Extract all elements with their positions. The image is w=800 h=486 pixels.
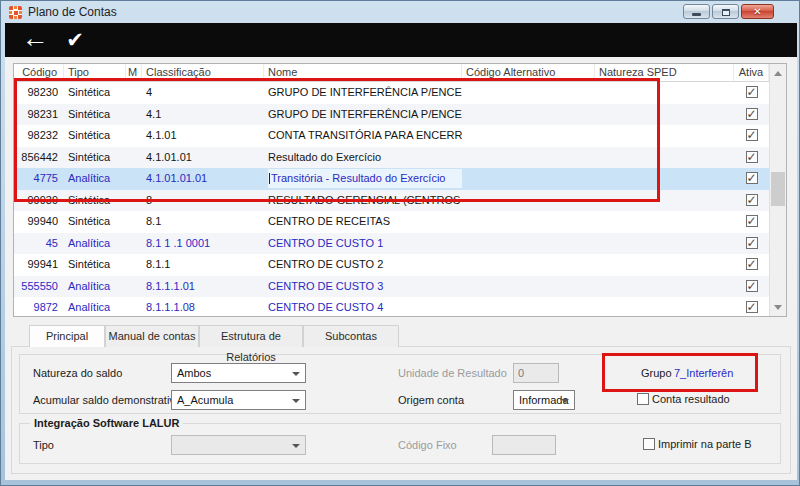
cell-tipo: Sintética xyxy=(64,125,126,147)
cell-codigo_alternativo xyxy=(462,211,595,233)
cell-ativa xyxy=(734,168,769,190)
table-row-4775[interactable]: 4775Analítica4.1.01.01.01Transitória - R… xyxy=(14,168,786,190)
cell-natureza_sped xyxy=(595,254,734,276)
origem-conta-select[interactable]: Informada xyxy=(513,390,575,410)
ativa-checkbox[interactable] xyxy=(746,280,758,292)
cell-tipo: Analítica xyxy=(64,233,126,255)
table-row-45[interactable]: 45Analítica8.1 1 .1 0001CENTRO DE CUSTO … xyxy=(14,233,786,255)
table-row-99941[interactable]: 99941Sintética8.1.1CENTRO DE CUSTO 2 xyxy=(14,254,786,276)
column-header-classificacao[interactable]: Classificação xyxy=(142,64,264,81)
confirm-button[interactable]: ✔ xyxy=(57,23,93,57)
table-row-9872[interactable]: 9872Analítica8.1.1.1.08CENTRO DE CUSTO 4 xyxy=(14,297,786,317)
cell-nome: GRUPO DE INTERFERÊNCIA P/ENCERRAMENTO xyxy=(264,104,462,126)
table-row-555550[interactable]: 555550Analítica8.1.1.1.01CENTRO DE CUSTO… xyxy=(14,276,786,298)
cell-codigo_alternativo xyxy=(462,254,595,276)
grupo-value-link[interactable]: 7_Interferên xyxy=(674,367,733,379)
column-header-tipo[interactable]: Tipo xyxy=(64,64,126,81)
cell-natureza_sped xyxy=(595,82,734,104)
table-header: CódigoTipoMClassificaçãoNomeCódigo Alter… xyxy=(14,64,786,82)
cell-tipo: Analítica xyxy=(64,297,126,317)
column-header-codigo_alternativo[interactable]: Código Alternativo xyxy=(462,64,595,81)
ativa-checkbox[interactable] xyxy=(746,258,758,270)
origem-conta-label: Origem conta xyxy=(398,394,464,406)
cell-classificacao: 8.1.1.1.08 xyxy=(142,297,264,317)
column-header-natureza_sped[interactable]: Natureza SPED xyxy=(595,64,734,81)
cell-m xyxy=(126,104,142,126)
ativa-checkbox[interactable] xyxy=(746,129,758,141)
cell-tipo: Sintética xyxy=(64,190,126,212)
cell-classificacao: 8 xyxy=(142,190,264,212)
scroll-up-button[interactable] xyxy=(770,65,786,81)
cell-codigo: 9872 xyxy=(14,297,64,317)
cell-codigo_alternativo xyxy=(462,168,595,190)
back-button[interactable]: ← xyxy=(15,23,55,57)
checkbox-icon xyxy=(643,438,655,450)
vertical-scrollbar[interactable] xyxy=(769,64,786,316)
cell-m xyxy=(126,190,142,212)
ativa-checkbox[interactable] xyxy=(746,215,758,227)
tab-strip: PrincipalManual de contasEstrutura de Re… xyxy=(29,325,399,347)
codigo-fixo-label: Código Fixo xyxy=(398,439,457,451)
cell-codigo_alternativo xyxy=(462,147,595,169)
cell-ativa xyxy=(734,82,769,104)
ativa-checkbox[interactable] xyxy=(746,194,758,206)
cell-codigo_alternativo xyxy=(462,297,595,317)
conta-resultado-checkbox[interactable]: Conta resultado xyxy=(637,393,730,405)
ativa-checkbox[interactable] xyxy=(746,172,758,184)
plano-de-contas-window: Plano de Contas ✕ ← ✔ CódigoTipoMClassif… xyxy=(0,0,800,486)
maximize-button[interactable] xyxy=(712,4,739,19)
table-body: 98230Sintética4GRUPO DE INTERFERÊNCIA P/… xyxy=(14,82,786,317)
scrollbar-thumb[interactable] xyxy=(771,172,785,206)
ativa-checkbox[interactable] xyxy=(746,301,758,313)
table-row-99939[interactable]: 99939Sintética8RESULTADO GERENCIAL (CENT… xyxy=(14,190,786,212)
cell-natureza_sped xyxy=(595,168,734,190)
cell-tipo: Sintética xyxy=(64,147,126,169)
cell-codigo: 99940 xyxy=(14,211,64,233)
accounts-table: CódigoTipoMClassificaçãoNomeCódigo Alter… xyxy=(13,63,787,317)
cell-ativa xyxy=(734,254,769,276)
cell-m xyxy=(126,168,142,190)
close-button[interactable]: ✕ xyxy=(741,4,774,19)
cell-codigo: 555550 xyxy=(14,276,64,298)
scroll-down-button[interactable] xyxy=(770,299,786,315)
minimize-button[interactable] xyxy=(683,4,710,19)
cell-classificacao: 4.1.01.01 xyxy=(142,147,264,169)
tab-manual-de-contas[interactable]: Manual de contas xyxy=(105,325,199,347)
cell-nome: GRUPO DE INTERFERÊNCIA P/ENCERRAMENTO xyxy=(264,82,462,104)
titlebar[interactable]: Plano de Contas ✕ xyxy=(1,1,799,23)
table-row-98232[interactable]: 98232Sintética4.1.01CONTA TRANSITÓRIA PA… xyxy=(14,125,786,147)
imprimir-parte-b-checkbox[interactable]: Imprimir na parte B xyxy=(643,438,752,450)
cell-natureza_sped xyxy=(595,125,734,147)
column-header-codigo[interactable]: Código xyxy=(14,64,64,81)
cell-codigo_alternativo xyxy=(462,104,595,126)
table-row-98230[interactable]: 98230Sintética4GRUPO DE INTERFERÊNCIA P/… xyxy=(14,82,786,104)
cell-codigo: 45 xyxy=(14,233,64,255)
ativa-checkbox[interactable] xyxy=(746,237,758,249)
cell-nome: CENTRO DE CUSTO 1 xyxy=(264,233,462,255)
tab-subcontas[interactable]: Subcontas xyxy=(303,325,399,347)
imprimir-parte-b-label: Imprimir na parte B xyxy=(658,438,752,450)
table-row-99940[interactable]: 99940Sintética8.1CENTRO DE RECEITAS xyxy=(14,211,786,233)
cell-nome: CENTRO DE CUSTO 3 xyxy=(264,276,462,298)
ativa-checkbox[interactable] xyxy=(746,108,758,120)
ativa-checkbox[interactable] xyxy=(746,86,758,98)
tab-principal[interactable]: Principal xyxy=(29,325,105,347)
arrow-up-icon xyxy=(774,71,782,76)
acumular-select[interactable]: A_Acumula xyxy=(171,390,306,410)
cell-natureza_sped xyxy=(595,104,734,126)
column-header-m[interactable]: M xyxy=(126,64,142,81)
tab-estrutura-de-relat-rios[interactable]: Estrutura de Relatórios xyxy=(199,325,303,347)
nome-edit-field[interactable]: Transitória - Resultado do Exercício xyxy=(268,169,462,188)
column-header-nome[interactable]: Nome xyxy=(264,64,462,81)
column-header-ativa[interactable]: Ativa xyxy=(734,64,769,81)
table-row-856442[interactable]: 856442Sintética4.1.01.01Resultado do Exe… xyxy=(14,147,786,169)
ativa-checkbox[interactable] xyxy=(746,151,758,163)
cell-codigo: 98232 xyxy=(14,125,64,147)
cell-m xyxy=(126,147,142,169)
chevron-down-icon xyxy=(292,444,300,448)
table-row-98231[interactable]: 98231Sintética4.1GRUPO DE INTERFERÊNCIA … xyxy=(14,104,786,126)
acumular-value: A_Acumula xyxy=(177,394,233,406)
cell-tipo: Sintética xyxy=(64,211,126,233)
cell-m xyxy=(126,211,142,233)
cell-natureza_sped xyxy=(595,190,734,212)
